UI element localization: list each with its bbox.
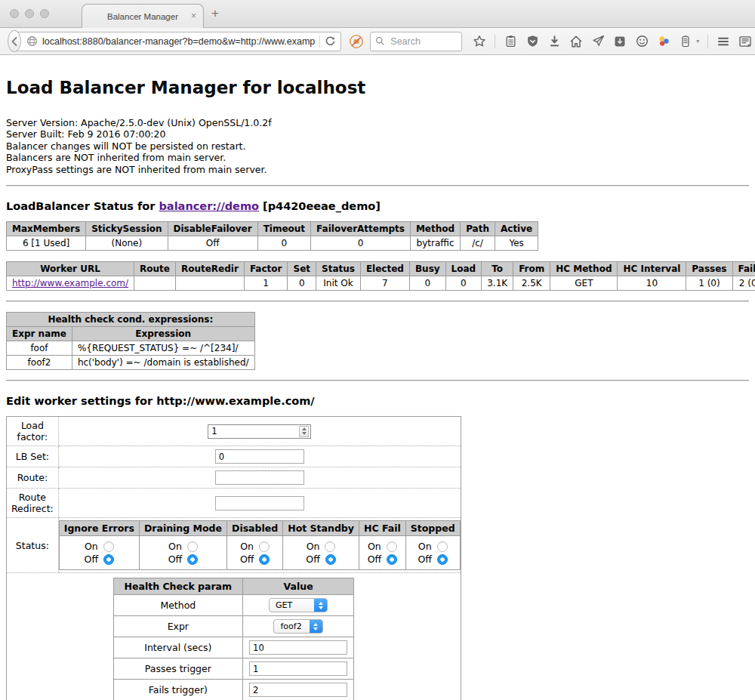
stopped-off-radio[interactable] (437, 554, 448, 565)
status-row: Status: Ignore Errors Draining Mode Disa… (7, 518, 461, 573)
tab-close-icon[interactable]: × (191, 11, 196, 21)
hc-method-select[interactable]: GET (269, 598, 328, 612)
globe-icon (26, 35, 38, 47)
table-row: 6 [1 Used] (None) Off 0 0 bytraffic /c/ … (7, 236, 538, 251)
divider (6, 301, 749, 302)
url-bar[interactable]: localhost:8880/balancer-manager?b=demo&w… (11, 32, 341, 51)
disabled-on-radio[interactable] (259, 541, 270, 552)
close-window-button[interactable] (10, 9, 19, 18)
server-built-line: Server Built: Feb 9 2016 07:00:20 (6, 128, 749, 140)
field-label: LB Set: (7, 446, 59, 467)
hc-interval-input[interactable] (249, 640, 347, 655)
hc-fail-on-radio[interactable] (387, 541, 397, 552)
route-redirect-input[interactable] (215, 496, 304, 510)
back-button[interactable] (8, 30, 21, 52)
lb-set-input[interactable] (215, 449, 304, 464)
col-ignore-errors: Ignore Errors (59, 521, 139, 536)
col-path: Path (461, 222, 495, 236)
col-worker-url: Worker URL (7, 262, 134, 276)
hc-expr-select[interactable]: foof2 (273, 619, 322, 634)
col-draining-mode: Draining Mode (139, 521, 226, 536)
tab-balancer-manager[interactable]: Balancer Manager × (82, 4, 204, 28)
route-input[interactable] (215, 470, 304, 485)
field-row-route: Route: (7, 467, 461, 489)
home-icon[interactable] (569, 35, 583, 48)
hc-passes-input[interactable] (249, 661, 347, 676)
draining-mode-off-radio[interactable] (187, 554, 198, 565)
balancer-demo-link[interactable]: balancer://demo (159, 200, 259, 212)
edit-worker-heading: Edit worker settings for http://www.exam… (6, 395, 749, 407)
search-input[interactable] (389, 35, 457, 48)
zoom-window-button[interactable] (40, 9, 49, 18)
col-hc-param: Health Check param (113, 578, 243, 595)
worker-url-link[interactable]: http://www.example.com/ (12, 278, 128, 288)
field-row-load-factor: Load factor: (7, 417, 461, 446)
health-check-expressions-table: Health check cond. expressions: Expr nam… (6, 312, 255, 370)
toolbar-separator (707, 35, 708, 48)
window-controls (10, 9, 49, 18)
search-icon (375, 36, 385, 46)
hc-fail-off-radio[interactable] (387, 554, 397, 565)
inherit-note-line: Balancers are NOT inherited from main se… (6, 152, 749, 163)
field-label: Route: (7, 467, 59, 489)
search-bar[interactable] (370, 32, 462, 51)
table-header-row: Expr name Expression (7, 327, 255, 341)
page-content: Load Balancer Manager for localhost Serv… (0, 55, 755, 700)
send-tab-icon[interactable] (591, 35, 605, 48)
number-spinner-icon[interactable] (299, 426, 309, 437)
battery-extension-icon[interactable] (679, 35, 692, 48)
col-hot-standby: Hot Standby (283, 521, 359, 536)
status-radio-table: Ignore Errors Draining Mode Disabled Hot… (59, 520, 461, 570)
bookmarks-grid-icon[interactable] (738, 35, 752, 48)
col-hc-fail: HC Fail (359, 521, 405, 536)
draining-mode-on-radio[interactable] (187, 541, 198, 552)
heading-suffix: [p4420eeae_demo] (259, 200, 381, 212)
feedback-smiley-icon[interactable] (635, 35, 649, 48)
col-stickysession: StickySession (86, 222, 168, 236)
ignore-errors-off-radio[interactable] (103, 554, 114, 565)
menu-hamburger-icon[interactable] (716, 35, 730, 48)
disabled-off-radio[interactable] (259, 554, 270, 565)
balancer-status-table: MaxMembers StickySession DisableFailover… (6, 221, 538, 251)
field-label: Route Redirect: (7, 489, 59, 518)
pocket-icon[interactable] (613, 35, 627, 48)
expr-row: foof2 hc('body') =~ /domain is establish… (7, 356, 255, 370)
extension-dropdown-caret[interactable]: ▾ (696, 38, 699, 45)
page-title: Load Balancer Manager for localhost (6, 78, 749, 97)
hot-standby-off-radio[interactable] (325, 554, 336, 565)
tab-title: Balancer Manager (107, 12, 178, 21)
load-factor-input[interactable] (208, 425, 299, 438)
hc-fails-row: Fails trigger) (113, 680, 354, 700)
hc-fails-input[interactable] (249, 683, 347, 697)
stopped-on-radio[interactable] (437, 541, 448, 552)
hc-fail-radios: On Off (359, 536, 405, 570)
col-active: Active (495, 222, 538, 236)
server-info: Server Version: Apache/2.5.0-dev (Unix) … (6, 117, 749, 175)
field-row-lb-set: LB Set: (7, 446, 461, 467)
toolbar-separator (495, 35, 495, 48)
col-disablefailover: DisableFailover (168, 222, 257, 236)
clipboard-icon[interactable] (504, 35, 517, 48)
color-dots-extension-icon[interactable] (657, 35, 670, 48)
downloads-icon[interactable] (547, 35, 561, 48)
reload-button[interactable] (325, 35, 336, 47)
new-tab-button[interactable]: + (211, 6, 219, 21)
ignore-errors-on-radio[interactable] (103, 541, 114, 552)
blocked-content-icon[interactable] (349, 34, 364, 49)
hot-standby-radios: On Off (283, 536, 359, 570)
minimize-window-button[interactable] (25, 9, 34, 18)
hot-standby-on-radio[interactable] (325, 541, 335, 552)
hc-interval-row: Interval (secs) (113, 637, 354, 658)
field-label: Load factor: (7, 417, 59, 446)
stopped-radios: On Off (405, 536, 460, 570)
table-header-row: Health Check param Value (113, 578, 354, 595)
titlebar: Balancer Manager × + (0, 0, 755, 28)
shield-icon[interactable] (525, 35, 539, 48)
url-text[interactable]: localhost:8880/balancer-manager?b=demo&w… (42, 36, 315, 47)
expr-row: foof %{REQUEST_STATUS} =~ /^[234]/ (7, 341, 255, 356)
health-check-params-row: Health Check param Value Method GET (7, 573, 461, 700)
col-failoverattempts: FailoverAttempts (311, 222, 411, 236)
balancer-status-heading: LoadBalancer Status for balancer://demo … (6, 200, 749, 212)
bookmark-star-icon[interactable] (473, 35, 486, 48)
select-stepper-icon (314, 598, 327, 612)
